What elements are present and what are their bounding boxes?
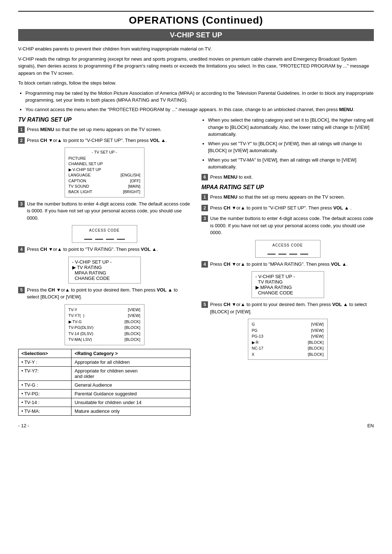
step-text-1: Press MENU so that the set up menu appea… [27,126,191,133]
screen-row-vchip: ▶ V-CHIP SET UP [69,167,140,172]
tv-setup-screen: - TV SET UP - PICTURE CHANNEL SET UP ▶ V… [65,147,144,197]
divider-top [18,11,374,12]
vchip-row-tvrating: ▶ TV RATING [72,265,137,270]
cat-tvy7: Appropriate for children sevenand older [72,366,191,380]
step-num-6: 6 [201,174,208,180]
step-text-6: Press MENU to exit. [210,174,374,181]
step-num-2: 2 [18,137,25,144]
mpaa-step-text-5: Press CH ▼or▲ to point to your desired i… [210,301,374,315]
rdash-4 [300,249,308,254]
tv-step-1: 1 Press MENU so that the set up menu app… [18,126,191,133]
right-bullets: When you select the rating category and … [208,117,374,171]
screen-row-tvsound: TV SOUND[MAIN] [69,184,140,189]
dash-3 [106,235,114,240]
mpaa-step-num-4: 4 [201,261,208,268]
tv-step-2: 2 Press CH ▼or▲ to point to "V-CHIP SET … [18,137,191,144]
table-row: • TV-G : General Audience [19,380,191,389]
dash-2 [95,235,103,240]
mpaa-step-num-2: 2 [201,205,208,211]
two-column-layout: TV RATING SET UP 1 Press MENU so that th… [18,117,374,416]
access-code-label-right: ACCESS CODE [260,243,316,247]
mpaa-step-3: 3 Use the number buttons to enter 4-digi… [201,215,374,236]
vchip-menu-tv-title: - V-CHIP SET UP - [72,259,137,265]
mpaa-step-num-5: 5 [201,301,208,308]
intro-bullets: Programming may be rated by the Motion P… [25,90,374,113]
tv-rating-title: TV RATING SET UP [18,117,191,123]
tv-step-5: 5 Press the CH ▼or▲ to point to your des… [18,286,191,301]
rt-row-tvy: TV-Y[VIEW] [69,307,140,313]
screen-title-tvsetup: - TV SET UP - [69,150,140,154]
page-container: OPERATIONS (Continued) V-CHIP SET UP V-C… [18,11,374,428]
dash-4 [117,235,125,240]
mpaa-rating-table: G[VIEW] PG[VIEW] PG-13[VIEW] ▶ R[BLOCK] … [248,319,328,360]
bullet-2: You cannot access the menu when the "PRO… [25,106,374,113]
rdash-2 [278,249,286,254]
step-num-5: 5 [18,287,25,293]
mr-row-nc17: NC-17[BLOCK] [252,345,324,351]
right-column: When you select the rating category and … [201,117,374,416]
screen-row-picture: PICTURE [69,156,140,161]
access-code-box-right: ACCESS CODE [255,240,320,258]
dash-1 [84,235,92,240]
right-bullet-3: When you set "TV-MA" to [VIEW], then all… [208,156,374,171]
sel-tvy: • TV-Y : [19,358,72,366]
cat-tvma: Mature audience only [72,407,191,415]
step-text-3: Use the number buttons to enter 4-digit … [27,200,191,222]
cat-tv14: Unsuitable for children under 14 [72,398,191,407]
vchip-mpaa-row-changecode: CHANGE CODE [256,290,320,296]
mpaa-step-5: 5 Press CH ▼or▲ to point to your desired… [201,301,374,315]
right-bullet-1: When you select the rating category and … [208,117,374,138]
mr-row-pg13: PG-13[VIEW] [252,333,324,339]
vchip-menu-mpaa: - V-CHIP SET UP - TV RATING ▶ MPAA RATIN… [252,271,324,298]
main-title: OPERATIONS (Continued) [18,15,374,26]
page-footer: - 12 - EN [18,423,374,428]
tv-step-4: 4 Press CH ▼or▲ to point to "TV RATING".… [18,246,191,253]
vchip-menu-mpaa-title: - V-CHIP SET UP - [256,274,320,279]
rt-row-tvg: ▶ TV-G[BLOCK] [69,319,140,325]
cat-tvg: General Audience [72,380,191,389]
table-row: • TV-Y : Appropriate for all children [19,358,191,366]
mr-row-r: ▶ R[BLOCK] [252,339,324,346]
rt-row-tvy7: TV-Y7( )[VIEW] [69,313,140,319]
vchip-row-changecode: CHANGE CODE [72,276,137,281]
col-header-rating: <Rating Category > [72,349,191,358]
table-row: • TV-MA: Mature audience only [19,407,191,415]
vchip-mpaa-row-tvrating: TV RATING [256,279,320,285]
vchip-menu-tv: - V-CHIP SET UP - ▶ TV RATING MPAA RATIN… [68,257,141,284]
tv-step-3: 3 Use the number buttons to enter 4-digi… [18,200,191,222]
tv-step-6: 6 Press MENU to exit. [201,174,374,181]
right-bullet-2: When you set "TV-Y" to [BLOCK] or [VIEW]… [208,140,374,154]
screen-row-caption: CAPTION[OFF] [69,178,140,184]
step-text-2: Press CH ▼or▲ to point to "V-CHIP SET UP… [27,137,191,144]
intro-text-2: V-CHIP reads the ratings for programming… [18,56,374,77]
sel-tvma: • TV-MA: [19,407,72,415]
footer-language: EN [367,423,374,428]
bullet-1: Programming may be rated by the Motion P… [25,90,374,104]
rt-row-tv14: TV-14 (DLSV)[BLOCK] [69,331,140,337]
mpaa-step-1: 1 Press MENU so that the set up menu app… [201,194,374,201]
mpaa-step-text-4: Press CH ▼or▲ to point to "MPAA RATING".… [210,261,374,268]
intro-text-1: V-CHIP enables parents to prevent their … [18,45,374,53]
table-row: • TV-PG: Parental Guidance suggested [19,389,191,398]
footer-page-number: - 12 - [18,423,29,428]
step-num-3: 3 [18,201,25,207]
table-row: • TV-Y7: Appropriate for children sevena… [19,366,191,380]
screen-row-backlight: BACK LIGHT[BRIGHT] [69,189,140,195]
mr-row-pg: PG[VIEW] [252,327,324,334]
sel-tvpg: • TV-PG: [19,389,72,398]
mpaa-step-4: 4 Press CH ▼or▲ to point to "MPAA RATING… [201,261,374,268]
intro-text-3: To block certain ratings, follow the ste… [18,80,374,87]
mpaa-rating-title: MPAA RATING SET UP [201,184,374,191]
mpaa-step-2: 2 Press CH ▼or▲ to point to "V-CHIP SET … [201,204,374,212]
mr-row-x: X[BLOCK] [252,351,324,358]
rdash-3 [289,249,297,254]
step-num-1: 1 [18,126,25,133]
step-text-5: Press the CH ▼or▲ to point to your desir… [27,286,191,301]
sel-tvy7: • TV-Y7: [19,366,72,380]
rdash-1 [268,249,275,254]
access-code-dashes-left [77,235,132,240]
tv-rating-table: TV-Y[VIEW] TV-Y7( )[VIEW] ▶ TV-G[BLOCK] … [65,304,144,345]
access-code-dashes-right [260,249,316,254]
mpaa-step-num-1: 1 [201,194,208,200]
step-text-4: Press CH ▼or▲ to point to "TV RATING". T… [27,246,191,253]
